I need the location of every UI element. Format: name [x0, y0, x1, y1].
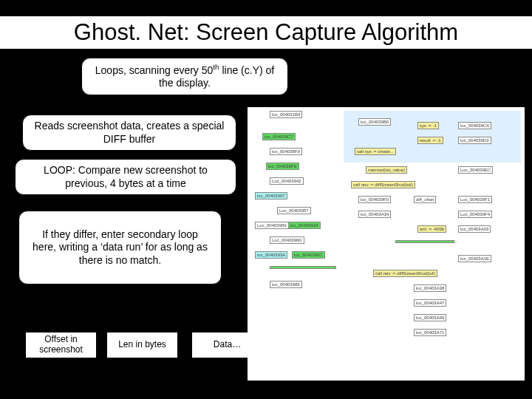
callout-diff-buffer: Reads screenshot data, creates a special… [22, 115, 236, 151]
graph-node: loc_00403A49 [414, 314, 446, 321]
graph-node: loc_00403924 [288, 222, 321, 229]
graph-node: Loc_0040396D [270, 236, 304, 244]
graph-node: loc_004038FE [266, 163, 299, 170]
graph-node: Loc_004039F1 [458, 196, 492, 203]
graph-node: loc_0040393A [255, 251, 287, 259]
graph-node: sys := -1 [417, 122, 439, 129]
graph-node: loc_00403989 [270, 281, 302, 288]
graph-node: loc_00403A1E [458, 255, 491, 262]
graph-node: result := -1 [417, 137, 443, 144]
graph-node: diff_ofset [414, 196, 436, 203]
graph-node: loc_004039B0 [358, 118, 391, 126]
graph-node: Loc_00403956 [255, 222, 289, 229]
graph-node: loc_00403A71 [414, 329, 446, 336]
graph-node: call sys := create... [355, 148, 396, 155]
callout-compare-loop: LOOP: Compare new screenshot to previous… [15, 159, 236, 195]
graph-node: Loc_004039EC [458, 166, 493, 174]
graph-node: call retv := diffScreenShot(buf) [351, 181, 415, 188]
graph-node: loc_00403A38 [414, 284, 446, 292]
callout-text: Loops, scanning every 50 [95, 64, 214, 76]
graph-node: loc_004038F0 [270, 148, 302, 155]
disassembly-graph: loc_004031B4loc_004038C7loc_004038F0loc_… [248, 107, 525, 381]
struct-field-len: Len in bytes [107, 331, 177, 359]
graph-node: loc_004038C7 [262, 133, 296, 140]
callout-loop-lines: Loops, scanning every 50th line (c.Y) of… [81, 58, 288, 95]
graph-node: loc_004031B4 [270, 111, 302, 118]
graph-node: Loc_00403957 [277, 207, 311, 214]
graph-node: loc_00403A34 [358, 211, 391, 218]
graph-node: memset(ret_value) [366, 166, 407, 174]
graph-node: loc_00403A03 [458, 225, 491, 233]
graph-node [395, 240, 454, 243]
graph-node: loc_00403907 [255, 192, 287, 200]
graph-node: loc_00403A47 [414, 299, 446, 307]
graph-node: loc_004039CA [458, 122, 491, 129]
graph-node: call retv := diffScreenShot(buf) [373, 270, 437, 277]
superscript: th [213, 63, 219, 71]
callout-secondary-loop: If they differ, enter secondary loop her… [18, 211, 222, 284]
graph-node: writ := -4096 [417, 225, 446, 233]
graph-node: loc_004039F0 [358, 196, 391, 203]
graph-node: loc_0040390C [292, 251, 325, 259]
graph-node [270, 266, 336, 269]
struct-field-offset: Offset in screenshot [26, 331, 96, 359]
graph-node: Loc_00403942 [270, 177, 304, 185]
graph-node: Loc_004039F4 [458, 211, 492, 218]
graph-node: loc_004039D3 [458, 137, 491, 144]
page-title: Ghost. Net: Screen Capture Algorithm [0, 16, 532, 49]
